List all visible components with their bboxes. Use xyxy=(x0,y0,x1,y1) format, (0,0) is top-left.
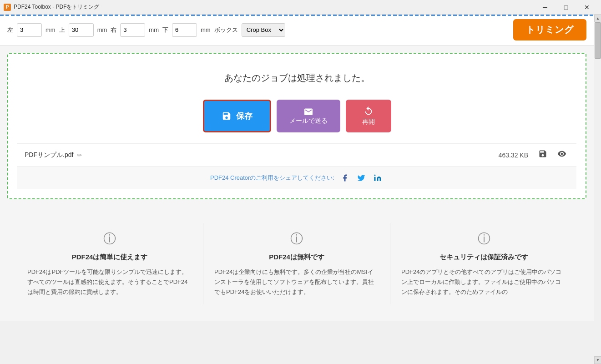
email-button-label: メールで送る xyxy=(289,117,328,125)
scroll-thumb[interactable] xyxy=(595,22,601,59)
file-row: PDFサンプル.pdf ✏ 463.32 KB xyxy=(17,143,576,166)
scroll-track[interactable] xyxy=(594,22,601,356)
reopen-icon xyxy=(364,106,374,116)
email-icon xyxy=(303,107,313,115)
facebook-icon[interactable] xyxy=(339,172,351,184)
result-message: あなたのジョブは処理されました。 xyxy=(17,63,576,89)
window-controls: ─ □ ✕ xyxy=(535,0,597,15)
twitter-icon[interactable] xyxy=(355,172,367,184)
top-input[interactable] xyxy=(69,23,94,37)
top-border-decoration xyxy=(0,15,594,16)
linkedin-icon[interactable] xyxy=(372,172,384,184)
minimize-button[interactable]: ─ xyxy=(535,0,556,15)
box-select[interactable]: Crop Box Media Box Bleed Box Trim Box Ar… xyxy=(242,23,285,37)
info-title-1: PDF24は無料です xyxy=(214,253,379,262)
top-unit: mm xyxy=(97,26,107,33)
box-label: ボックス xyxy=(214,26,238,34)
info-text-0: PDF24はPDFツールを可能な限りシンプルで迅速にします。すべてのツールは直感… xyxy=(27,267,192,297)
save-button[interactable]: 保存 xyxy=(203,100,271,132)
reopen-button-label: 再開 xyxy=(362,118,375,126)
info-text-2: PDF24のアプリとその他すべてのアプリはご使用中のパソコン上でローカルに作動し… xyxy=(401,267,566,297)
file-name-text: PDFサンプル.pdf xyxy=(25,151,73,159)
main-content: 左 mm 上 mm 右 mm 下 mm ボックス Crop Box Media … xyxy=(0,15,594,364)
save-file-icon xyxy=(538,149,547,158)
right-label: 右 xyxy=(111,26,116,34)
info-icon-2: ⓘ xyxy=(401,230,566,248)
save-file-button[interactable] xyxy=(535,148,550,162)
trim-button[interactable]: トリミング xyxy=(513,19,586,40)
scroll-down-button[interactable]: ▼ xyxy=(594,356,601,364)
left-input[interactable] xyxy=(17,23,42,37)
file-size: 463.32 KB xyxy=(499,152,528,159)
scrollbar[interactable]: ▲ ▼ xyxy=(594,15,601,364)
info-card-1: ⓘ PDF24は無料です PDF24は企業向けにも無料です。多くの企業が当社のM… xyxy=(203,223,390,304)
save-icon xyxy=(222,111,232,121)
share-bar: PDF24 Creatorのご利用をシェアしてください: xyxy=(17,166,576,189)
info-section: ⓘ PDF24は簡単に使えます PDF24はPDFツールを可能な限りシンプルで迅… xyxy=(7,208,586,313)
scroll-up-button[interactable]: ▲ xyxy=(594,15,601,22)
right-input[interactable] xyxy=(120,23,145,37)
app-icon: P xyxy=(4,4,11,11)
bottom-input[interactable] xyxy=(172,23,197,37)
save-button-label: 保存 xyxy=(236,111,253,121)
email-button[interactable]: メールで送る xyxy=(277,100,340,132)
close-button[interactable]: ✕ xyxy=(576,0,597,15)
info-card-0: ⓘ PDF24は簡単に使えます PDF24はPDFツールを可能な限りシンプルで迅… xyxy=(16,223,203,304)
info-title-2: セキュリティは保証済みです xyxy=(401,253,566,262)
info-text-1: PDF24は企業向けにも無料です。多くの企業が当社のMSIインストーラを使用して… xyxy=(214,267,379,297)
toolbar: 左 mm 上 mm 右 mm 下 mm ボックス Crop Box Media … xyxy=(0,15,594,46)
info-title-0: PDF24は簡単に使えます xyxy=(27,253,192,262)
main-area: あなたのジョブは処理されました。 保存 メールで送る xyxy=(0,46,594,321)
left-label: 左 xyxy=(7,26,13,34)
left-unit: mm xyxy=(45,26,56,33)
svg-point-0 xyxy=(374,175,376,176)
edit-filename-icon[interactable]: ✏ xyxy=(77,152,82,159)
maximize-button[interactable]: □ xyxy=(556,0,576,15)
main-layout: 左 mm 上 mm 右 mm 下 mm ボックス Crop Box Media … xyxy=(0,15,601,364)
window-title: PDF24 Toolbox - PDFをトリミング xyxy=(14,3,535,11)
bottom-unit: mm xyxy=(201,26,211,33)
result-box: あなたのジョブは処理されました。 保存 メールで送る xyxy=(7,53,586,199)
bottom-label: 下 xyxy=(162,26,168,34)
info-icon-0: ⓘ xyxy=(27,230,192,248)
share-text: PDF24 Creatorのご利用をシェアしてください: xyxy=(210,174,334,182)
right-unit: mm xyxy=(149,26,159,33)
preview-icon xyxy=(557,149,566,158)
action-buttons: 保存 メールで送る 再開 xyxy=(17,100,576,132)
preview-file-button[interactable] xyxy=(555,148,569,162)
titlebar: P PDF24 Toolbox - PDFをトリミング ─ □ ✕ xyxy=(0,0,601,15)
file-name: PDFサンプル.pdf ✏ xyxy=(25,151,499,159)
top-label: 上 xyxy=(59,26,65,34)
info-icon-1: ⓘ xyxy=(214,230,379,248)
file-actions xyxy=(535,148,569,162)
info-card-2: ⓘ セキュリティは保証済みです PDF24のアプリとその他すべてのアプリはご使用… xyxy=(390,223,577,304)
reopen-button[interactable]: 再開 xyxy=(346,100,391,132)
